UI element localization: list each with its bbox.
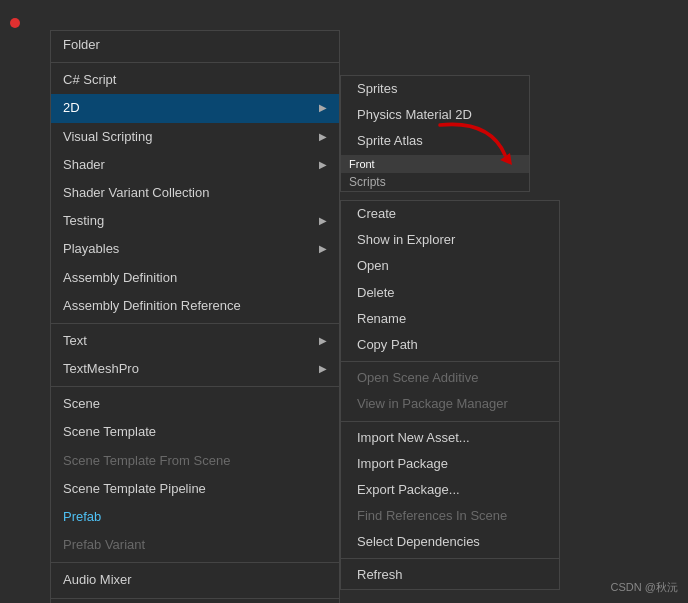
divider (341, 558, 559, 559)
left-context-menu: Folder C# Script 2D ▶ Visual Scripting ▶… (50, 30, 340, 603)
menu-item-sprite-atlas[interactable]: Sprite Atlas (341, 128, 529, 154)
menu-item-physics-material-2d[interactable]: Physics Material 2D (341, 102, 529, 128)
arrow-icon: ▶ (319, 334, 327, 348)
divider (341, 361, 559, 362)
divider (51, 598, 339, 599)
section-front: Front (341, 155, 529, 173)
menu-item-view-in-package-manager: View in Package Manager (341, 391, 559, 417)
menu-item-2d[interactable]: 2D ▶ (51, 94, 339, 122)
menu-item-show-in-explorer[interactable]: Show in Explorer (341, 227, 559, 253)
divider (51, 323, 339, 324)
arrow-icon: ▶ (319, 101, 327, 115)
menu-item-textmeshpro[interactable]: TextMeshPro ▶ (51, 355, 339, 383)
menu-item-scene[interactable]: Scene (51, 390, 339, 418)
section-scripts: Scripts (341, 173, 529, 191)
menu-item-copy-path[interactable]: Copy Path (341, 332, 559, 358)
menu-item-import-new-asset[interactable]: Import New Asset... (341, 425, 559, 451)
divider (341, 421, 559, 422)
menu-item-select-dependencies[interactable]: Select Dependencies (341, 529, 559, 555)
menu-item-prefab-variant: Prefab Variant (51, 531, 339, 559)
menu-item-import-package[interactable]: Import Package (341, 451, 559, 477)
menu-item-playables[interactable]: Playables ▶ (51, 235, 339, 263)
arrow-icon: ▶ (319, 242, 327, 256)
menu-item-assembly-def[interactable]: Assembly Definition (51, 264, 339, 292)
menu-item-scene-template-pipeline[interactable]: Scene Template Pipeline (51, 475, 339, 503)
menu-item-open[interactable]: Open (341, 253, 559, 279)
menu-item-create[interactable]: Create (341, 201, 559, 227)
menu-item-delete[interactable]: Delete (341, 280, 559, 306)
menu-item-audio-mixer[interactable]: Audio Mixer (51, 566, 339, 594)
divider (51, 562, 339, 563)
arrow-icon: ▶ (319, 158, 327, 172)
menu-item-scene-template[interactable]: Scene Template (51, 418, 339, 446)
menu-item-open-scene-additive: Open Scene Additive (341, 365, 559, 391)
menu-item-visual-scripting[interactable]: Visual Scripting ▶ (51, 123, 339, 151)
divider (51, 386, 339, 387)
menu-item-testing[interactable]: Testing ▶ (51, 207, 339, 235)
menu-item-sprites[interactable]: Sprites (341, 76, 529, 102)
divider (51, 62, 339, 63)
menu-item-shader-variant[interactable]: Shader Variant Collection (51, 179, 339, 207)
arrow-icon: ▶ (319, 362, 327, 376)
arrow-icon: ▶ (319, 214, 327, 228)
menu-item-scene-template-from-scene: Scene Template From Scene (51, 447, 339, 475)
menu-item-csharp[interactable]: C# Script (51, 66, 339, 94)
menu-item-assembly-def-ref[interactable]: Assembly Definition Reference (51, 292, 339, 320)
menu-item-export-package[interactable]: Export Package... (341, 477, 559, 503)
menu-item-folder[interactable]: Folder (51, 31, 339, 59)
menu-item-refresh[interactable]: Refresh (341, 562, 559, 588)
submenu-2d: Sprites Physics Material 2D Sprite Atlas… (340, 75, 530, 192)
watermark: CSDN @秋沅 (611, 580, 678, 595)
menu-item-shader[interactable]: Shader ▶ (51, 151, 339, 179)
menu-item-find-references: Find References In Scene (341, 503, 559, 529)
red-dot (10, 18, 20, 28)
arrow-icon: ▶ (319, 130, 327, 144)
menu-item-rename[interactable]: Rename (341, 306, 559, 332)
menu-item-text[interactable]: Text ▶ (51, 327, 339, 355)
right-context-menu: Create Show in Explorer Open Delete Rena… (340, 200, 560, 590)
menu-item-prefab[interactable]: Prefab (51, 503, 339, 531)
